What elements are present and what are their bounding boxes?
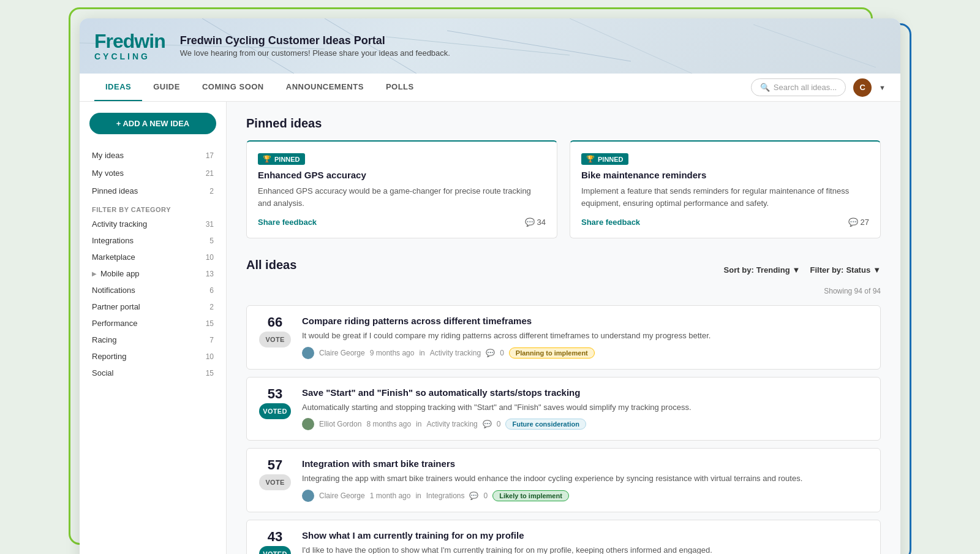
vote-button-1[interactable]: VOTED — [259, 403, 291, 419]
idea-title-2[interactable]: Integration with smart bike trainers — [302, 458, 868, 469]
showing-count: Showing 94 of 94 — [246, 287, 881, 295]
tab-ideas[interactable]: IDEAS — [94, 74, 142, 101]
pinned-badge-0: 🏆 PINNED — [258, 153, 305, 165]
idea-title-3[interactable]: Show what I am currently training for on… — [302, 530, 868, 541]
idea-desc-3: I'd like to have the option to show what… — [302, 544, 868, 555]
tab-announcements[interactable]: ANNOUNCEMENTS — [275, 74, 375, 101]
idea-title-0[interactable]: Compare riding patterns across different… — [302, 316, 868, 326]
add-idea-button[interactable]: + ADD A NEW IDEA — [89, 113, 216, 134]
reporting-count: 10 — [206, 352, 214, 361]
idea-content-1: Save "Start" and "Finish" so automatical… — [302, 387, 868, 431]
logo-cycling[interactable]: CYCLING — [94, 52, 165, 61]
racing-count: 7 — [209, 336, 214, 344]
sidebar-item-notifications[interactable]: Notifications 6 — [80, 282, 226, 298]
sidebar-item-partner-portal[interactable]: Partner portal 2 — [80, 298, 226, 315]
logo-fredwin[interactable]: Fredwin — [94, 31, 165, 52]
sidebar-item-activity-tracking[interactable]: Activity tracking 31 — [80, 216, 226, 232]
partner-portal-count: 2 — [209, 303, 214, 311]
idea-author-2: Claire George — [319, 491, 365, 500]
comment-number-0: 34 — [537, 218, 546, 227]
pinned-badge-text-0: PINNED — [274, 156, 300, 163]
idea-in-label-0: in — [419, 349, 424, 357]
main-card: Fredwin CYCLING Fredwin Cycling Customer… — [80, 18, 900, 554]
comment-icon-idea-0: 💬 — [486, 349, 495, 357]
filter-by-control[interactable]: Filter by: Status ▼ — [810, 265, 881, 275]
idea-title-1[interactable]: Save "Start" and "Finish" so automatical… — [302, 387, 868, 398]
social-count: 15 — [206, 369, 214, 378]
header-text-area: Fredwin Cycling Customer Ideas Portal We… — [180, 34, 450, 58]
nav-right: 🔍 Search all ideas... C ▼ — [751, 78, 886, 97]
idea-author-0: Claire George — [319, 349, 365, 357]
tab-guide[interactable]: GUIDE — [142, 74, 191, 101]
comment-icon-idea-2: 💬 — [469, 491, 478, 500]
mobile-app-count: 13 — [206, 270, 214, 278]
vote-button-2[interactable]: VOTE — [259, 474, 291, 490]
all-ideas-header: All ideas Sort by: Trending ▼ Filter by:… — [246, 258, 881, 282]
pinned-card-title-1[interactable]: Bike maintenance reminders — [581, 170, 869, 180]
activity-tracking-count: 31 — [206, 220, 214, 229]
pinned-card-0: 🏆 PINNED Enhanced GPS accuracy Enhanced … — [246, 140, 557, 238]
share-feedback-link-1[interactable]: Share feedback — [581, 218, 640, 227]
avatar-initial: C — [859, 83, 865, 92]
vote-number-0: 66 — [268, 316, 282, 329]
idea-desc-1: Automatically starting and stopping trac… — [302, 401, 868, 414]
idea-category-2[interactable]: Integrations — [426, 491, 465, 500]
mobile-app-arrow-icon: ▶ — [92, 270, 97, 277]
avatar-dropdown-icon[interactable]: ▼ — [879, 84, 886, 91]
idea-author-1: Elliot Gordon — [319, 420, 361, 428]
sidebar-item-my-votes[interactable]: My votes 21 — [80, 164, 226, 182]
avatar[interactable]: C — [853, 78, 872, 97]
sidebar-item-integrations[interactable]: Integrations 5 — [80, 232, 226, 249]
pinned-card-1: 🏆 PINNED Bike maintenance reminders Impl… — [570, 140, 881, 238]
vote-button-3[interactable]: VOTED — [259, 546, 291, 555]
idea-meta-0: Claire George 9 months ago in Activity t… — [302, 347, 868, 359]
sidebar-item-racing[interactable]: Racing 7 — [80, 332, 226, 348]
pinned-card-desc-1: Implement a feature that sends reminders… — [581, 185, 869, 209]
idea-avatar-0 — [302, 347, 314, 359]
activity-tracking-label: Activity tracking — [92, 219, 147, 229]
tab-coming-soon[interactable]: COMING SOON — [191, 74, 275, 101]
comment-count-0: 💬 34 — [525, 218, 546, 227]
idea-avatar-1 — [302, 418, 314, 430]
idea-in-label-1: in — [416, 420, 421, 428]
tab-polls[interactable]: POLLS — [375, 74, 425, 101]
idea-comments-2: 0 — [483, 491, 488, 500]
search-box[interactable]: 🔍 Search all ideas... — [751, 78, 846, 96]
pin-icon-0: 🏆 — [263, 155, 271, 163]
notifications-count: 6 — [209, 286, 214, 295]
idea-content-2: Integration with smart bike trainers Int… — [302, 458, 868, 502]
idea-content-3: Show what I am currently training for on… — [302, 530, 868, 555]
mobile-app-label: Mobile app — [100, 269, 140, 278]
filter-value: Status — [846, 265, 870, 275]
pinned-ideas-grid: 🏆 PINNED Enhanced GPS accuracy Enhanced … — [246, 140, 881, 238]
integrations-count: 5 — [209, 237, 214, 245]
performance-count: 15 — [206, 319, 214, 328]
header-subtitle: We love hearing from our customers! Plea… — [180, 48, 450, 58]
share-feedback-link-0[interactable]: Share feedback — [258, 218, 317, 227]
idea-meta-2: Claire George 1 month ago in Integration… — [302, 490, 868, 502]
pinned-card-title-0[interactable]: Enhanced GPS accuracy — [258, 170, 546, 180]
main-layout: + ADD A NEW IDEA My ideas 17 My votes 21… — [80, 102, 900, 554]
sidebar-item-mobile-app[interactable]: ▶ Mobile app 13 — [80, 265, 226, 282]
sidebar-item-my-ideas[interactable]: My ideas 17 — [80, 146, 226, 164]
sidebar-item-performance[interactable]: Performance 15 — [80, 315, 226, 332]
sidebar-item-reporting[interactable]: Reporting 10 — [80, 348, 226, 365]
reporting-label: Reporting — [92, 352, 126, 361]
vote-button-0[interactable]: VOTE — [259, 332, 291, 347]
my-votes-count: 21 — [206, 169, 214, 178]
sidebar-item-pinned-ideas[interactable]: Pinned ideas 2 — [80, 182, 226, 200]
idea-category-0[interactable]: Activity tracking — [430, 349, 481, 357]
idea-avatar-2 — [302, 490, 314, 502]
pinned-card-footer-0: Share feedback 💬 34 — [258, 218, 546, 227]
idea-comments-1: 0 — [497, 420, 501, 428]
sidebar-item-marketplace[interactable]: Marketplace 10 — [80, 249, 226, 265]
idea-content-0: Compare riding patterns across different… — [302, 316, 868, 359]
marketplace-label: Marketplace — [92, 252, 135, 262]
status-badge-1: Future consideration — [505, 419, 586, 430]
sidebar-item-social[interactable]: Social 15 — [80, 365, 226, 381]
pinned-badge-1: 🏆 PINNED — [581, 153, 628, 165]
comment-count-1: 💬 27 — [848, 218, 869, 227]
idea-category-1[interactable]: Activity tracking — [426, 420, 477, 428]
pinned-label: Pinned ideas — [92, 186, 138, 195]
sort-by-control[interactable]: Sort by: Trending ▼ — [724, 265, 801, 275]
